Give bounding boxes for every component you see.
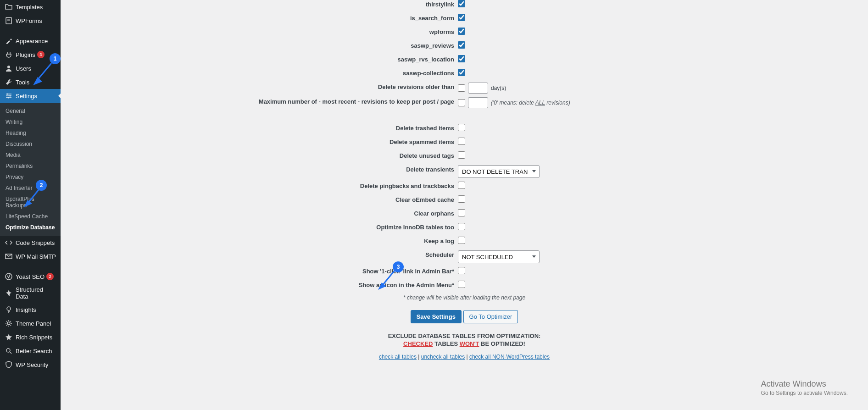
exclude-heading: EXCLUDE DATABASE TABLES FROM OPTIMIZATIO…: [61, 332, 868, 339]
brush-icon: [5, 37, 13, 45]
sidebar-item-label: Better Search: [16, 348, 52, 355]
label-saswp_rvs_location: saswp_rvs_location: [61, 55, 458, 63]
label-wpforms: wpforms: [61, 28, 458, 35]
checkbox-saswp-collections[interactable]: [458, 69, 465, 76]
sidebar-item-better-search[interactable]: Better Search: [0, 344, 61, 358]
sidebar-item-insights[interactable]: Insights: [0, 303, 61, 316]
sidebar-subitem-reading[interactable]: Reading: [0, 127, 61, 139]
svg-point-8: [10, 95, 11, 97]
sidebar-subitem-litespeed-cache[interactable]: LiteSpeed Cache: [0, 211, 61, 222]
sidebar-item-label: WP Mail SMTP: [16, 253, 56, 260]
sidebar-item-wpforms[interactable]: WPForms: [0, 14, 61, 28]
table-links-row: check all tables | uncheck all tables | …: [61, 354, 868, 360]
sidebar-item-wp-mail-smtp[interactable]: WP Mail SMTP: [0, 249, 61, 263]
main-content: thirstylinkis_search_formwpformssaswp_re…: [61, 0, 868, 410]
sidebar-item-label: Appearance: [16, 38, 48, 44]
star-icon: [5, 333, 13, 341]
sidebar-item-label: Templates: [16, 4, 43, 11]
sidebar-item-structured-data[interactable]: Structured Data: [0, 283, 61, 303]
annotation-1: 1: [50, 53, 61, 64]
save-settings-button[interactable]: Save Settings: [411, 310, 462, 323]
sidebar-subitem-optimize-database[interactable]: Optimize Database: [0, 222, 61, 233]
checkbox-saswp_reviews[interactable]: [458, 41, 465, 49]
label-pingbacks: Delete pingbacks and trackbacks: [61, 182, 458, 189]
label-trashed: Delete trashed items: [61, 124, 458, 132]
checkbox-trashed[interactable]: [458, 124, 465, 131]
sidebar-subitem-privacy[interactable]: Privacy: [0, 172, 61, 183]
svg-marker-19: [24, 200, 32, 207]
checkbox-rev-older[interactable]: [458, 84, 465, 92]
sidebar-item-yoast-seo[interactable]: Yoast SEO2: [0, 270, 61, 283]
svg-point-15: [7, 322, 10, 325]
activate-windows-watermark: Activate Windows Go to Settings to activ…: [761, 379, 848, 396]
exclude-subheading: CHECKED TABLES WON'T BE OPTIMIZED!: [61, 340, 868, 347]
input-max-rev[interactable]: [468, 97, 488, 108]
sidebar-item-rich-snippets[interactable]: Rich Snippets: [0, 330, 61, 344]
user-icon: [5, 64, 13, 72]
label-innodb: Optimize InnoDB tables too: [61, 223, 458, 231]
label-scheduler: Scheduler: [61, 250, 458, 258]
link-uncheck-all-tables[interactable]: uncheck all tables: [421, 354, 465, 360]
plug-icon: [5, 50, 13, 59]
hint-max-rev: ('0' means: delete ALL revisions): [491, 100, 570, 106]
sidebar-subitem-discussion[interactable]: Discussion: [0, 139, 61, 150]
sidebar-item-wp-security[interactable]: WP Security: [0, 358, 61, 371]
checkbox-orphans[interactable]: [458, 209, 465, 216]
checkbox-oneclick[interactable]: [458, 267, 465, 274]
sidebar-item-label: Code Snippets: [16, 239, 55, 246]
checkbox-adminicon[interactable]: [458, 281, 465, 288]
select-transients[interactable]: DO NOT DELETE TRANSIENTS: [458, 165, 540, 178]
select-scheduler[interactable]: NOT SCHEDULED: [458, 250, 540, 263]
code-icon: [5, 238, 13, 247]
checkbox-innodb[interactable]: [458, 223, 465, 230]
checkbox-spammed[interactable]: [458, 138, 465, 145]
sidebar-item-code-snippets[interactable]: Code Snippets: [0, 236, 61, 249]
pin-icon: [5, 289, 13, 297]
svg-point-16: [6, 349, 10, 352]
checkbox-keeplog[interactable]: [458, 237, 465, 244]
label-max-rev: Maximum number of - most recent - revisi…: [61, 97, 458, 106]
label-thirstylink: thirstylink: [61, 0, 458, 8]
folder-icon: [5, 3, 13, 11]
activate-title: Activate Windows: [761, 379, 848, 389]
label-keeplog: Keep a log: [61, 237, 458, 244]
label-saswp_reviews: saswp_reviews: [61, 41, 458, 49]
activate-sub: Go to Settings to activate Windows.: [761, 390, 848, 396]
sidebar-subitem-general[interactable]: General: [0, 105, 61, 116]
sidebar-item-label: Insights: [16, 306, 36, 313]
sidebar-item-label: Plugins: [16, 51, 35, 58]
svg-marker-18: [33, 77, 42, 85]
sidebar-item-templates[interactable]: Templates: [0, 0, 61, 14]
sidebar-item-theme-panel[interactable]: Theme Panel: [0, 316, 61, 330]
sidebar-subitem-permalinks[interactable]: Permalinks: [0, 161, 61, 172]
svg-point-7: [7, 94, 8, 95]
annotation-3: 3: [393, 261, 404, 272]
checkbox-is_search_form[interactable]: [458, 14, 465, 21]
arrow-1: [31, 61, 59, 87]
svg-point-11: [6, 273, 12, 280]
label-orphans: Clear orphans: [61, 209, 458, 217]
mail-icon: [5, 252, 13, 260]
checkbox-saswp_rvs_location[interactable]: [458, 55, 465, 62]
checkbox-wpforms[interactable]: [458, 28, 465, 35]
input-rev-older-days[interactable]: [468, 83, 488, 94]
checkbox-max-rev[interactable]: [458, 99, 465, 106]
checkbox-pingbacks[interactable]: [458, 182, 465, 189]
badge: 2: [46, 273, 54, 280]
sidebar-item-settings[interactable]: Settings: [0, 89, 61, 103]
link-check-all-tables[interactable]: check all tables: [379, 354, 417, 360]
label-spammed: Delete spammed items: [61, 138, 458, 145]
sidebar-subitem-media[interactable]: Media: [0, 150, 61, 161]
unit-days: day(s): [491, 85, 506, 91]
sidebar-subitem-writing[interactable]: Writing: [0, 116, 61, 127]
sidebar-item-appearance[interactable]: Appearance: [0, 34, 61, 48]
link-check-non-wp-tables[interactable]: check all NON-WordPress tables: [469, 354, 550, 360]
checkbox-oembed[interactable]: [458, 195, 465, 203]
sidebar-item-label: Rich Snippets: [16, 334, 52, 341]
checkbox-tags[interactable]: [458, 151, 465, 159]
gear-icon: [5, 319, 13, 327]
go-to-optimizer-button[interactable]: Go To Optimizer: [463, 310, 518, 323]
note-change-visible: * change will be visible after loading t…: [61, 294, 868, 301]
label-oembed: Clear oEmbed cache: [61, 195, 458, 203]
checkbox-thirstylink[interactable]: [458, 0, 465, 7]
